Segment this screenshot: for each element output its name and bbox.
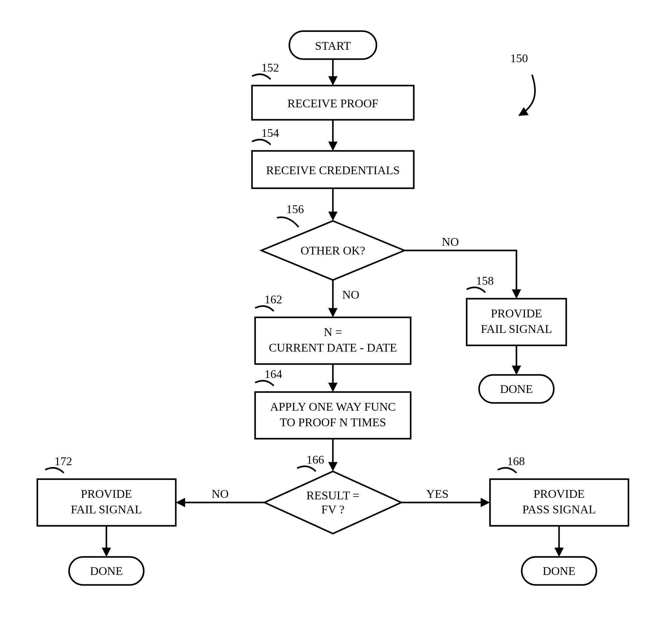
node-158-label1: PROVIDE [491, 307, 542, 320]
node-172 [37, 479, 176, 526]
leader-158 [467, 287, 485, 292]
node-172-label2: FAIL SIGNAL [71, 503, 142, 516]
ref-156: 156 [286, 202, 304, 216]
node-168-label2: PASS SIGNAL [522, 503, 596, 516]
figure-ref-leader [520, 75, 535, 115]
node-162-label2: CURRENT DATE - DATE [269, 341, 397, 354]
leader-166 [297, 466, 316, 472]
node-164-label1: APPLY ONE WAY FUNC [270, 400, 396, 413]
done-1-label: DONE [500, 382, 533, 395]
node-164-label2: TO PROOF N TIMES [280, 416, 386, 429]
flowchart: 150 START RECEIVE PROOF 152 RECEIVE CRED… [0, 0, 672, 626]
ref-158: 158 [476, 274, 494, 287]
edge-156-158-label: NO [442, 235, 459, 248]
ref-172: 172 [54, 455, 72, 467]
leader-172 [45, 467, 64, 473]
node-162-label1: N = [324, 326, 342, 338]
leader-168 [498, 467, 517, 473]
node-168-label1: PROVIDE [533, 487, 585, 500]
start-label: START [315, 39, 351, 52]
leader-164 [255, 381, 274, 386]
done-2-label: DONE [90, 564, 123, 577]
done-3-label: DONE [543, 564, 576, 577]
leader-154 [252, 139, 271, 145]
ref-164: 164 [264, 367, 282, 381]
edge-166-168-label: YES [426, 487, 449, 500]
node-158-label2: FAIL SIGNAL [481, 322, 552, 335]
leader-156 [277, 217, 299, 227]
figure-ref: 150 [510, 52, 528, 65]
edge-156-158 [404, 250, 517, 297]
edge-166-172-label: NO [212, 487, 229, 500]
node-164 [255, 392, 411, 439]
node-154-label: RECEIVE CREDENTIALS [266, 164, 400, 177]
node-168 [490, 479, 628, 526]
leader-162 [255, 306, 274, 311]
node-166-label1: RESULT = [307, 489, 359, 502]
ref-154: 154 [261, 126, 279, 139]
node-158 [467, 299, 566, 345]
ref-168: 168 [507, 455, 525, 467]
node-166-label2: FV ? [321, 503, 344, 516]
node-156-label: OTHER OK? [301, 244, 365, 257]
leader-152 [252, 74, 271, 79]
ref-166: 166 [307, 453, 324, 466]
node-172-label1: PROVIDE [81, 487, 132, 500]
node-152-label: RECEIVE PROOF [287, 97, 378, 110]
ref-162: 162 [264, 293, 282, 306]
node-166 [264, 472, 401, 534]
node-162 [255, 317, 411, 364]
edge-156-162-label: NO [342, 288, 359, 301]
ref-152: 152 [261, 61, 279, 74]
